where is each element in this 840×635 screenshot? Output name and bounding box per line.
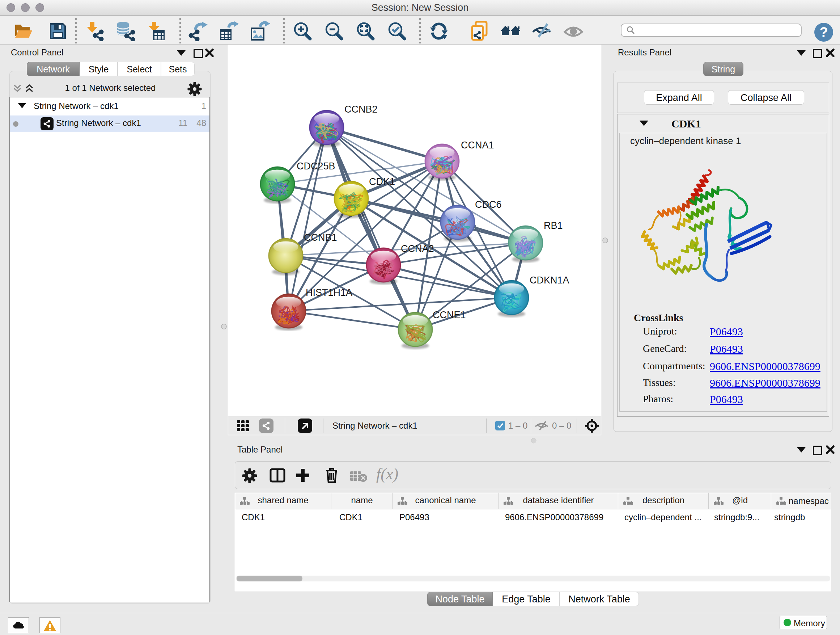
svg-text:CDC25B: CDC25B [297,161,335,172]
svg-text:CCNA1: CCNA1 [461,140,494,150]
svg-text:CCNE1: CCNE1 [433,310,466,320]
svg-text:CDC6: CDC6 [475,199,502,210]
svg-text:RB1: RB1 [544,220,563,231]
svg-text:CDK1: CDK1 [369,176,395,187]
svg-text:CDKN1A: CDKN1A [530,275,569,286]
svg-text:CCNA2: CCNA2 [401,243,434,254]
svg-text:HIST1H1A: HIST1H1A [306,287,352,298]
svg-text:CCNB2: CCNB2 [344,104,378,115]
svg-text:CCNB1: CCNB1 [304,232,337,243]
